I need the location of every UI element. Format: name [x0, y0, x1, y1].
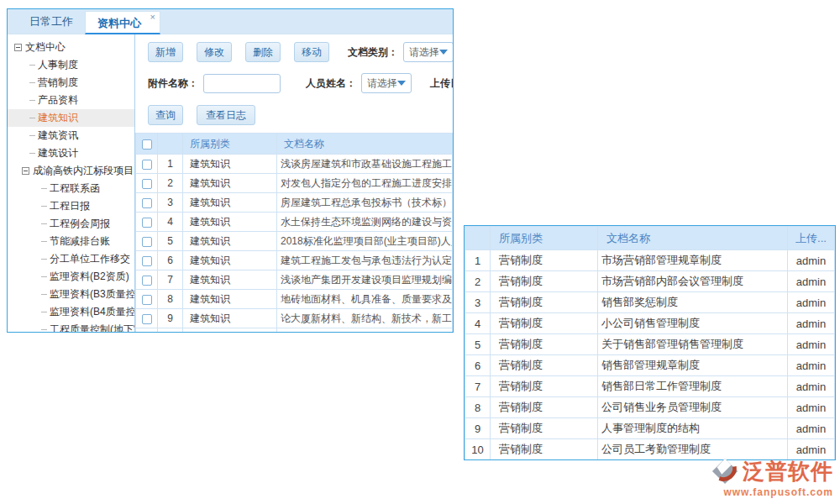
fanpu-logo-icon: [711, 457, 740, 486]
tree-node-work-transfer[interactable]: 分工单位工作移交: [8, 250, 134, 268]
tree-node-building-knowledge-selected[interactable]: 建筑知识: [8, 109, 134, 127]
doc-type-select[interactable]: 请选择: [403, 42, 453, 62]
table-row[interactable]: 8营销制度公司销售业务员管理制度admin: [465, 397, 835, 418]
row-checkbox[interactable]: [142, 237, 152, 247]
tree-node-product-data[interactable]: 产品资料: [8, 92, 134, 109]
row-checkbox[interactable]: [142, 295, 152, 305]
collapse-icon[interactable]: [14, 44, 22, 51]
table-row[interactable]: 7营销制度销售部日常工作管理制度admin: [465, 376, 835, 397]
tree-line: [41, 312, 47, 312]
index-column-header: [158, 134, 183, 155]
row-checkbox[interactable]: [142, 276, 152, 286]
select-all-checkbox[interactable]: [142, 139, 152, 150]
logo-url: www.fanpusoft.com: [707, 486, 833, 498]
row-checkbox[interactable]: [142, 198, 152, 208]
table-row[interactable]: 4建筑知识水土保持生态环境监测网络的建设与资...: [136, 213, 453, 232]
tree-node-root[interactable]: 文档中心: [8, 39, 134, 56]
tree-node-contact-letter[interactable]: 工程联系函: [8, 180, 134, 197]
tree-line: [29, 118, 35, 118]
tree-node-building-design[interactable]: 建筑设计: [8, 144, 134, 162]
table-header-row: 所属别类 文档名称: [136, 134, 453, 155]
table-row[interactable]: 2营销制度市场营销部内部会议管理制度admin: [465, 271, 835, 292]
table-row[interactable]: 1建筑知识浅谈房屋建筑和市政基础设施工程施工...: [136, 155, 453, 174]
query-button[interactable]: 查询: [148, 105, 183, 125]
uploader-column-header: 上传...: [788, 227, 835, 250]
collapse-icon[interactable]: [22, 167, 29, 175]
table-row[interactable]: 9营销制度人事管理制度的结构admin: [465, 418, 835, 439]
tree-node-building-news[interactable]: 建筑资讯: [8, 127, 134, 144]
tree-node-marketing-policy[interactable]: 营销制度: [8, 74, 134, 92]
marketing-docs-window: 所属别类 文档名称 上传... 1营销制度市场营销部管理规章制度admin 2营…: [464, 225, 836, 460]
attachment-name-label: 附件名称：: [148, 76, 198, 91]
tab-daily-work[interactable]: 日常工作: [18, 10, 85, 34]
doc-name-column-header: 文档名称: [277, 134, 453, 155]
tree-line: [41, 188, 47, 189]
tab-bar: 日常工作 资料中心 ×: [8, 9, 453, 34]
person-name-label: 人员姓名：: [306, 76, 356, 91]
table-row[interactable]: 2建筑知识对发包人指定分包的工程施工进度安排...: [136, 174, 453, 193]
tree-node-project-root[interactable]: 成渝高铁内江标段项目: [8, 162, 134, 180]
tree-node-quality-control-basement[interactable]: 工程质量控制(地下室): [8, 321, 134, 332]
tree-line: [41, 241, 47, 242]
table-row[interactable]: 10建筑知识大厦地下室加气砼墙砌筑工程的施工方...: [136, 328, 453, 333]
tree-node-daily-report[interactable]: 工程日报: [8, 197, 134, 215]
tree-line: [29, 135, 35, 136]
toolbar: 新增 修改 删除 移动 文档类别： 请选择 文档: [148, 42, 453, 62]
tree-node-weekly-report[interactable]: 工程例会周报: [8, 215, 134, 233]
marketing-docs-table: 所属别类 文档名称 上传... 1营销制度市场营销部管理规章制度admin 2营…: [465, 226, 835, 460]
upload-date-label: 上传日期: [430, 76, 453, 91]
vendor-logo: 泛普软件 www.fanpusoft.com: [707, 457, 833, 498]
tree-line: [41, 223, 47, 224]
table-row[interactable]: 8建筑知识地砖地面材料、机具准备、质量要求及...: [136, 290, 453, 309]
tree-node-hr-policy[interactable]: 人事制度: [8, 56, 134, 74]
table-row[interactable]: 6建筑知识建筑工程施工发包与承包违法行为认定...: [136, 251, 453, 270]
tree-node-supervision-b4[interactable]: 监理资料(B4质量控制): [8, 303, 134, 321]
filter-row: 附件名称： 人员姓名： 请选择 上传日期: [148, 73, 453, 93]
move-button[interactable]: 移动: [294, 42, 329, 62]
category-column-header: 所属别类: [183, 134, 277, 155]
doc-name-column-header: 文档名称: [598, 227, 788, 250]
delete-button[interactable]: 删除: [245, 42, 281, 62]
tree-line: [29, 82, 35, 83]
logo-title: 泛普软件: [743, 460, 833, 482]
row-checkbox[interactable]: [142, 179, 152, 189]
action-row: 查询 查看日志: [148, 105, 453, 125]
row-checkbox[interactable]: [142, 160, 152, 170]
tree-line: [41, 294, 47, 295]
tree-line: [29, 153, 35, 154]
table-row[interactable]: 7建筑知识浅谈地产集团开发建设项目监理规划编...: [136, 270, 453, 290]
tree-line: [41, 206, 47, 207]
tree-node-supervision-b3[interactable]: 监理资料(B3质量控制): [8, 286, 134, 303]
tab-data-center[interactable]: 资料中心 ×: [85, 11, 160, 34]
table-row[interactable]: 6营销制度销售部管理规章制度admin: [465, 355, 835, 376]
tree-line: [29, 100, 35, 101]
document-center-window: 日常工作 资料中心 × 文档中心 人事制度 营销制度 产品资料 建筑知识 建筑资…: [7, 8, 454, 333]
person-select[interactable]: 请选择: [361, 73, 412, 93]
table-row[interactable]: 1营销制度市场营销部管理规章制度admin: [465, 250, 835, 271]
close-tab-icon[interactable]: ×: [150, 13, 155, 22]
table-row[interactable]: 5营销制度关于销售部管理销售管理制度admin: [465, 334, 835, 355]
chevron-down-icon: [397, 81, 406, 86]
tree-line: [41, 329, 47, 330]
table-row[interactable]: 4营销制度小公司销售管理制度admin: [465, 313, 835, 334]
tree-node-supervision-b2[interactable]: 监理资料(B2资质): [8, 268, 134, 286]
table-row[interactable]: 9建筑知识论大厦新材料、新结构、新技术，新工...: [136, 309, 453, 328]
edit-button[interactable]: 修改: [197, 42, 232, 62]
table-row[interactable]: 3营销制度销售部奖惩制度admin: [465, 292, 835, 313]
table-row[interactable]: 5建筑知识2018标准化监理项目部(业主项目部)人员...: [136, 232, 453, 251]
table-header-row: 所属别类 文档名称 上传...: [465, 227, 835, 250]
view-log-button[interactable]: 查看日志: [197, 105, 255, 125]
row-checkbox[interactable]: [142, 314, 152, 324]
row-checkbox[interactable]: [142, 256, 152, 266]
doc-type-label: 文档类别：: [348, 45, 398, 60]
row-checkbox[interactable]: [142, 218, 152, 228]
tree-node-energy-ledger[interactable]: 节能减排台账: [8, 233, 134, 250]
attachment-name-input[interactable]: [203, 74, 281, 93]
document-table: 所属别类 文档名称 1建筑知识浅谈房屋建筑和市政基础设施工程施工... 2建筑知…: [135, 133, 453, 332]
table-row[interactable]: 3建筑知识房屋建筑工程总承包投标书（技术标）...: [136, 193, 453, 213]
index-column-header: [465, 227, 491, 250]
add-button[interactable]: 新增: [148, 42, 183, 62]
tree-line: [41, 259, 47, 260]
document-list-panel: 新增 修改 删除 移动 文档类别： 请选择 文档 附件名称： 人员姓名： 请选择: [135, 34, 453, 332]
category-column-header: 所属别类: [491, 227, 598, 250]
